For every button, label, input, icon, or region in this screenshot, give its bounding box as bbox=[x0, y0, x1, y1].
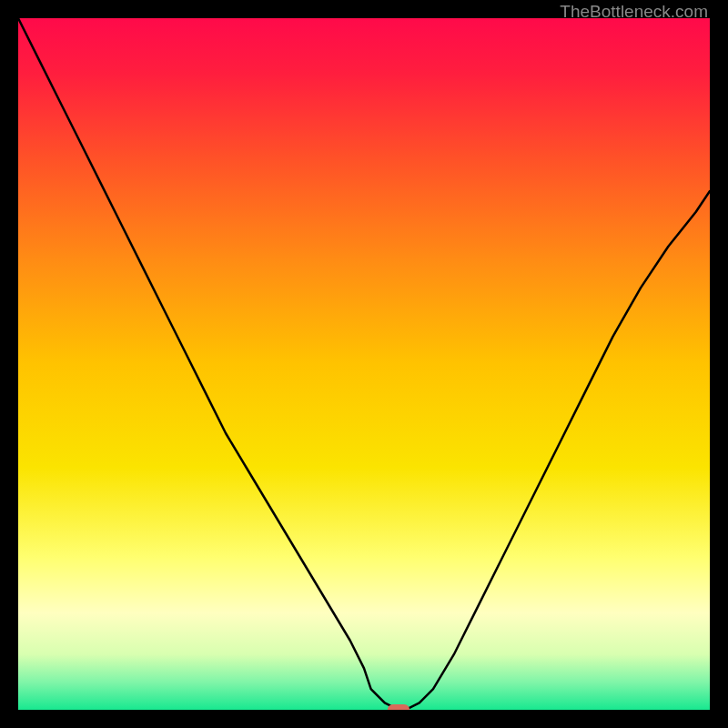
chart-container: TheBottleneck.com bbox=[0, 0, 728, 728]
gradient-background bbox=[18, 18, 710, 710]
optimal-point-marker bbox=[388, 704, 410, 710]
bottleneck-chart bbox=[18, 18, 710, 710]
watermark-text: TheBottleneck.com bbox=[560, 2, 708, 22]
